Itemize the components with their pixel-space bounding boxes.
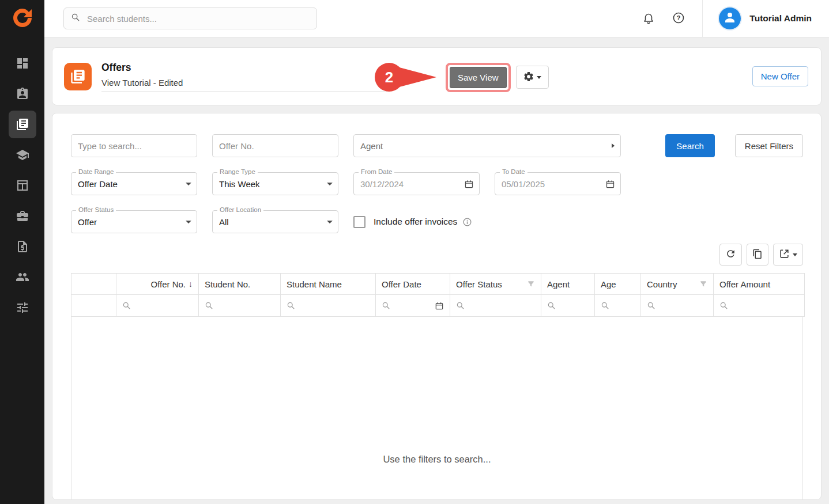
new-offer-button[interactable]: New Offer [752,66,808,86]
range-type-label: Range Type [217,168,258,176]
column-chooser-icon [752,249,763,261]
column-header-offer-status[interactable]: Offer Status [450,274,541,295]
header-filter-icon[interactable] [699,280,707,288]
sidebar-item-dashboard[interactable] [0,48,44,78]
filter-cell-age[interactable] [595,295,641,317]
save-view-button[interactable]: Save View [450,67,507,88]
app-logo[interactable] [0,0,44,37]
search-icon [547,301,556,310]
calendar-icon[interactable] [605,179,615,189]
to-date-field[interactable]: To Date 05/01/2025 [495,172,621,195]
column-header-agent[interactable]: Agent [541,274,595,295]
from-date-field[interactable]: From Date 30/12/2024 [353,172,480,195]
view-name[interactable]: View Tutorial - Edited [101,78,390,92]
filter-cell-offer-status[interactable] [450,295,541,317]
settings-icon [9,294,36,321]
view-settings-button[interactable] [516,66,549,89]
sidebar-item-invoices[interactable] [0,231,44,262]
agent-select[interactable]: Agent [353,134,621,157]
filter-row-1: Agent Search Reset Filters [71,134,803,157]
search-icon [287,301,295,310]
sidebar-item-settings[interactable] [0,292,44,323]
from-date-label: From Date [359,168,394,176]
include-invoices-group: Include offer invoices [353,216,472,228]
page-header-card: Offers View Tutorial - Edited 2 Save Vie… [52,47,822,105]
search-icon [719,301,728,310]
invoices-icon [9,233,36,260]
tutorial-annotation: 2 Save View [374,62,549,93]
filter-cell-offer-no[interactable] [116,295,199,317]
help-button[interactable]: ? [668,7,689,31]
filters-card: Agent Search Reset Filters Date Range Of… [52,113,822,500]
grid-header-table: Offer No.↓Student No.Student NameOffer D… [71,273,805,317]
range-type-select[interactable]: Range Type This Week [212,172,338,195]
agent-select-placeholder: Agent [360,141,612,151]
filter-cell-offer-date[interactable] [376,295,450,317]
chevron-down-icon [537,76,541,79]
include-invoices-checkbox[interactable] [353,216,365,228]
keyword-search-input[interactable] [71,134,197,157]
search-icon [456,301,465,310]
offer-no-input[interactable] [212,134,338,157]
date-range-label: Date Range [76,168,116,176]
sidebar-item-offers[interactable] [0,109,44,139]
user-name: Tutorial Admin [749,13,812,24]
from-date-value: 30/12/2024 [360,179,464,189]
chevron-down-icon [186,183,191,185]
filter-cell-student-name[interactable] [281,295,376,317]
calendar-icon[interactable] [464,179,474,189]
sidebar-item-agents[interactable] [0,262,44,292]
sidebar-item-boards[interactable] [0,170,44,200]
chevron-down-icon [327,221,333,223]
column-header-student-name[interactable]: Student Name [281,274,376,295]
column-header-offer-date[interactable]: Offer Date [376,274,450,295]
notifications-button[interactable] [638,7,660,31]
dashboard-icon [9,50,36,77]
info-icon[interactable] [462,217,472,227]
expand-right-icon [612,143,615,148]
search-icon [382,301,390,310]
global-search[interactable] [63,7,317,29]
export-button[interactable] [773,244,803,266]
user-menu[interactable]: Tutorial Admin [702,0,829,37]
grid-empty-message: Use the filters to search... [383,454,491,464]
column-chooser-button[interactable] [747,244,768,266]
filter-cell-student-no[interactable] [199,295,281,317]
header-filter-icon[interactable] [527,280,535,288]
column-header-offer-amount[interactable]: Offer Amount [714,274,805,295]
refresh-button[interactable] [719,244,742,266]
offer-location-select[interactable]: Offer Location All [212,210,338,233]
date-range-value: Offer Date [78,179,186,189]
brand-logo-icon [12,7,33,31]
filter-cell-agent[interactable] [541,295,595,317]
date-range-select[interactable]: Date Range Offer Date [71,172,197,195]
offer-status-label: Offer Status [76,206,116,214]
column-header-country[interactable]: Country [641,274,714,295]
sidebar-item-courses[interactable] [0,139,44,170]
filter-cell-country[interactable] [641,295,714,317]
courses-icon [9,141,36,169]
include-invoices-label: Include offer invoices [374,217,457,227]
column-header-age[interactable]: Age [595,274,641,295]
reset-filters-button[interactable]: Reset Filters [735,134,803,157]
sidebar-nav [0,37,44,323]
offer-status-select[interactable]: Offer Status Offer [71,210,197,233]
sidebar-item-services[interactable] [0,200,44,231]
column-header-student-no[interactable]: Student No. [199,274,281,295]
to-date-label: To Date [500,168,527,176]
filter-cell-select [71,295,116,317]
sidebar-item-students[interactable] [0,78,44,109]
offers-icon [9,111,36,138]
chevron-down-icon [327,183,333,185]
column-header-offer-no[interactable]: Offer No.↓ [116,274,199,295]
calendar-icon[interactable] [435,301,444,310]
search-icon [601,301,609,310]
filter-cell-offer-amount[interactable] [714,295,805,317]
page-title: Offers [101,62,390,74]
title-block: Offers View Tutorial - Edited [101,62,390,92]
topbar-actions: ? Tutorial Admin [638,0,829,37]
annotation-arrow-icon: 2 [374,62,438,93]
global-search-input[interactable] [86,13,310,24]
annotation-highlight: Save View [446,63,511,92]
search-button[interactable]: Search [665,134,715,157]
